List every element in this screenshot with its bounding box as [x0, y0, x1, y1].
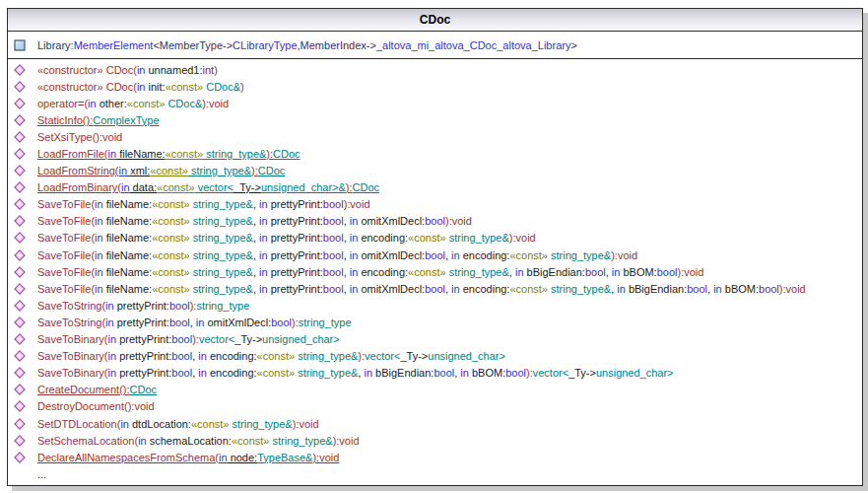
token: StaticInfo():: [37, 114, 93, 126]
operation-row[interactable]: DeclareAllNamespacesFromSchema(in node:T…: [8, 449, 862, 465]
token: string_type&: [269, 435, 332, 447]
token: in: [120, 418, 129, 430]
operation-row[interactable]: DestroyDocument():void: [8, 398, 862, 415]
token: «const»: [157, 181, 195, 193]
token: SaveToString(: [37, 300, 105, 312]
operation-row[interactable]: SaveToFile(in fileName:«const» string_ty…: [8, 213, 862, 230]
class-title: CDoc: [8, 9, 862, 32]
token: «constructor» CDoc(: [37, 64, 137, 76]
token: ComplexType: [93, 114, 159, 126]
operation-row[interactable]: SaveToFile(in fileName:«const» string_ty…: [8, 196, 862, 213]
operation-row[interactable]: LoadFromBinary(in data:«const» vector<_T…: [8, 179, 862, 196]
uml-class-cdoc: CDoc Library:MemberElement<MemberType->C…: [7, 8, 863, 486]
token: SaveToBinary(: [37, 350, 108, 362]
operation-row[interactable]: LoadFromString(in xml:«const» string_typ…: [8, 163, 862, 179]
operation-row[interactable]: SaveToFile(in fileName:«const» string_ty…: [8, 246, 862, 263]
operation-row[interactable]: SaveToString(in prettyPrint:bool):string…: [8, 297, 862, 314]
token: schemaLocation:: [147, 435, 232, 447]
member-signature: DestroyDocument():void: [37, 400, 155, 412]
token: in: [121, 181, 130, 193]
token: bBOM:: [469, 367, 505, 379]
token: prettyPrint:: [114, 300, 169, 312]
token: vector<: [199, 333, 234, 345]
token: in: [364, 367, 372, 379]
operation-row[interactable]: SaveToBinary(in prettyPrint:bool, in enc…: [8, 348, 862, 365]
operation-row[interactable]: SaveToBinary(in prettyPrint:bool, in enc…: [8, 365, 862, 382]
token: in: [451, 249, 460, 261]
token: ):: [192, 333, 199, 345]
operation-row[interactable]: SaveToFile(in fileName:«const» string_ty…: [8, 263, 862, 280]
token: «const»: [127, 98, 166, 109]
token: dtdLocation:: [129, 418, 191, 430]
operation-row[interactable]: SaveToFile(in fileName:«const» string_ty…: [8, 280, 862, 297]
member-signature: SaveToBinary(in prettyPrint:bool):vector…: [37, 333, 340, 345]
token: vector<: [195, 181, 234, 193]
operation-row[interactable]: SetSchemaLocation(in schemaLocation:«con…: [8, 432, 862, 449]
token: «const»: [257, 350, 296, 362]
operation-row[interactable]: StaticInfo():ComplexType: [8, 111, 862, 128]
token: string_type&: [295, 367, 358, 379]
token: bool: [323, 232, 344, 244]
token: ):: [251, 165, 258, 176]
operation-row[interactable]: SetDTDLocation(in dtdLocation:«const» st…: [8, 415, 862, 432]
operation-row[interactable]: SaveToFile(in fileName:«const» string_ty…: [8, 230, 862, 246]
operation-row[interactable]: SaveToBinary(in prettyPrint:bool):vector…: [8, 331, 862, 348]
token: in: [95, 266, 103, 278]
member-signature: SaveToBinary(in prettyPrint:bool, in enc…: [37, 367, 674, 379]
token: unsigned_char>&: [261, 181, 346, 193]
token: in: [451, 283, 460, 295]
attributes-compartment: Library:MemberElement<MemberType->CLibra…: [8, 32, 862, 59]
token: «const»: [257, 367, 296, 379]
token: node:: [228, 452, 258, 463]
token: ):: [346, 181, 353, 193]
token: string_type&: [446, 232, 509, 244]
token: string_type&: [188, 165, 251, 176]
token: fileName:: [103, 266, 153, 278]
token: Library:: [37, 39, 74, 51]
token: bool: [425, 215, 445, 227]
operation-row[interactable]: operator=(in other:«const» CDoc&):void: [8, 95, 862, 111]
member-signature: SaveToString(in prettyPrint:bool, in omi…: [37, 317, 352, 328]
token: bool: [323, 266, 344, 278]
member-signature: «constructor» CDoc(in unnamed1:int): [37, 64, 218, 76]
token: string_type&: [190, 232, 253, 244]
token: bool: [323, 198, 344, 210]
token: encoding:: [460, 249, 510, 261]
token: data:: [130, 181, 158, 193]
attribute-row[interactable]: Library:MemberElement<MemberType->CLibra…: [8, 36, 862, 53]
operation-row[interactable]: LoadFromFile(in fileName:«const» string_…: [8, 145, 862, 162]
token: string_type&: [190, 249, 253, 261]
token: CreateDocument():: [37, 384, 130, 395]
token: CDoc: [353, 181, 380, 193]
token: ):void: [677, 266, 703, 278]
token: string_type&: [548, 283, 611, 295]
token: in: [515, 266, 524, 278]
token: SaveToBinary(: [37, 367, 108, 379]
operation-row[interactable]: SaveToString(in prettyPrint:bool, in omi…: [8, 314, 862, 330]
operation-row[interactable]: CreateDocument():CDoc: [8, 382, 862, 398]
token: string_type&: [190, 215, 253, 227]
operation-diamond-icon: [14, 400, 26, 412]
token: omitXmlDecl:: [204, 317, 271, 328]
token: prettyPrint:: [116, 367, 171, 379]
token: «const»: [152, 232, 190, 244]
token: SaveToString(: [37, 317, 105, 328]
token: ):void: [611, 249, 637, 261]
token: MemberElement: [74, 39, 154, 51]
token: bBOM:: [620, 266, 656, 278]
token: «const»: [408, 232, 446, 244]
token: «const»: [152, 249, 190, 261]
operation-row[interactable]: «constructor» CDoc(in unnamed1:int): [8, 61, 862, 78]
token: fileName:: [103, 249, 153, 261]
token: CDoc: [273, 148, 300, 160]
operation-diamond-icon: [14, 64, 26, 76]
token: unsigned_char>: [262, 333, 340, 345]
token: CDoc: [130, 384, 158, 395]
operation-diamond-icon: [14, 198, 26, 210]
operation-row[interactable]: «constructor» CDoc(in init:«const» CDoc&…: [8, 78, 862, 95]
member-signature: LoadFromBinary(in data:«const» vector<_T…: [37, 181, 379, 193]
token: encoding:: [207, 367, 257, 379]
operation-row[interactable]: SetXsiType():void: [8, 128, 862, 145]
token: ,MemberIndex->: [298, 39, 376, 51]
token: in: [95, 198, 103, 210]
